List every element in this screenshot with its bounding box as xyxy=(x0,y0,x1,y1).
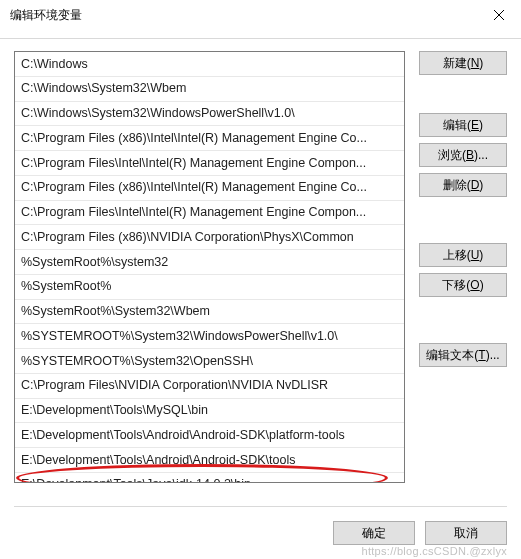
divider xyxy=(14,506,507,507)
list-item[interactable]: E:\Development\Tools\Java\jdk-14.0.2\bin xyxy=(15,473,404,483)
list-item[interactable]: %SystemRoot%\System32\Wbem xyxy=(15,300,404,325)
list-item[interactable]: %SystemRoot% xyxy=(15,275,404,300)
list-item[interactable]: E:\Development\Tools\Android\Android-SDK… xyxy=(15,423,404,448)
edit-button[interactable]: 编辑(E) xyxy=(419,113,507,137)
close-button[interactable] xyxy=(485,5,513,25)
watermark: https://blog.csCSDN.@zxlyx xyxy=(361,545,507,557)
bottom-buttons: 确定 取消 xyxy=(333,521,507,545)
list-item[interactable]: C:\Program Files (x86)\Intel\Intel(R) Ma… xyxy=(15,176,404,201)
main-row: C:\WindowsC:\Windows\System32\WbemC:\Win… xyxy=(14,51,507,483)
window-title: 编辑环境变量 xyxy=(10,7,82,24)
list-item[interactable]: %SYSTEMROOT%\System32\OpenSSH\ xyxy=(15,349,404,374)
list-item[interactable]: C:\Program Files\Intel\Intel(R) Manageme… xyxy=(15,201,404,226)
move-up-button[interactable]: 上移(U) xyxy=(419,243,507,267)
cancel-button[interactable]: 取消 xyxy=(425,521,507,545)
list-item[interactable]: E:\Development\Tools\MySQL\bin xyxy=(15,399,404,424)
titlebar: 编辑环境变量 xyxy=(0,0,521,30)
list-item[interactable]: C:\Windows\System32\WindowsPowerShell\v1… xyxy=(15,102,404,127)
edit-text-button[interactable]: 编辑文本(T)... xyxy=(419,343,507,367)
ok-button[interactable]: 确定 xyxy=(333,521,415,545)
list-item[interactable]: C:\Program Files\NVIDIA Corporation\NVID… xyxy=(15,374,404,399)
delete-button[interactable]: 删除(D) xyxy=(419,173,507,197)
close-icon xyxy=(494,10,504,20)
list-item[interactable]: C:\Program Files (x86)\NVIDIA Corporatio… xyxy=(15,225,404,250)
dialog-content: C:\WindowsC:\Windows\System32\WbemC:\Win… xyxy=(0,38,521,559)
move-down-button[interactable]: 下移(O) xyxy=(419,273,507,297)
list-item[interactable]: C:\Program Files\Intel\Intel(R) Manageme… xyxy=(15,151,404,176)
browse-button[interactable]: 浏览(B)... xyxy=(419,143,507,167)
path-listbox[interactable]: C:\WindowsC:\Windows\System32\WbemC:\Win… xyxy=(14,51,405,483)
list-item[interactable]: %SYSTEMROOT%\System32\WindowsPowerShell\… xyxy=(15,324,404,349)
list-item[interactable]: %SystemRoot%\system32 xyxy=(15,250,404,275)
list-item[interactable]: C:\Program Files (x86)\Intel\Intel(R) Ma… xyxy=(15,126,404,151)
side-buttons: 新建(N) 编辑(E) 浏览(B)... 删除(D) 上移(U) 下移(O) 编… xyxy=(419,51,507,483)
list-item[interactable]: C:\Windows\System32\Wbem xyxy=(15,77,404,102)
list-item[interactable]: C:\Windows xyxy=(15,52,404,77)
list-item[interactable]: E:\Development\Tools\Android\Android-SDK… xyxy=(15,448,404,473)
new-button[interactable]: 新建(N) xyxy=(419,51,507,75)
